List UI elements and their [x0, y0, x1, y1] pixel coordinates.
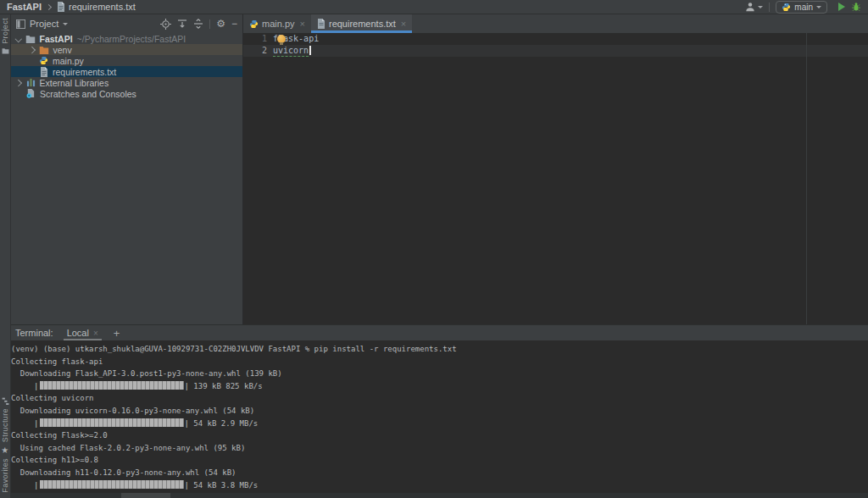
tool-window-stripe: Project Structure ★ Favorites — [0, 14, 11, 498]
terminal-line: (venv) (base) utkarsh_shukla@GUVA-109297… — [11, 343, 868, 356]
tree-item-label: venv — [53, 45, 72, 55]
terminal-label: Terminal: — [15, 328, 53, 338]
tree-item-label: FastAPI — [40, 34, 73, 44]
code-editor[interactable]: 1 flask-api 2 uvicorn — [243, 33, 868, 324]
stripe-item-favorites[interactable]: ★ Favorites — [1, 445, 9, 493]
close-icon[interactable]: × — [300, 19, 305, 28]
terminal-scrollbar-thumb[interactable] — [121, 493, 170, 498]
line-number: 1 — [243, 33, 267, 45]
editor-area: main.py × requirements.txt × 1 flask-api… — [243, 14, 868, 324]
chevron-down-icon — [816, 6, 821, 8]
tab-mainpy[interactable]: main.py × — [243, 14, 311, 33]
terminal-progress-line: || 54 kB 3.8 MB/s — [11, 479, 868, 492]
tree-item-label: Scratches and Consoles — [40, 89, 136, 99]
star-icon: ★ — [1, 445, 8, 455]
text-file-icon — [38, 67, 49, 77]
locate-file-icon[interactable] — [160, 19, 171, 30]
terminal-progress-line: || 139 kB 825 kB/s — [11, 380, 868, 393]
run-configuration-select[interactable]: main — [776, 1, 827, 14]
chevron-right-icon[interactable] — [29, 47, 36, 53]
folder-icon — [2, 47, 9, 54]
pycharm-window: FastAPI requirements.txt main — [0, 0, 868, 498]
download-speed: 54 kB 3.8 MB/s — [189, 481, 258, 490]
hide-panel-icon[interactable]: − — [231, 19, 237, 28]
tab-label: main.py — [262, 19, 295, 29]
file-icon — [57, 2, 65, 12]
folder-icon — [25, 34, 36, 44]
tree-item-external-libraries[interactable]: External Libraries — [11, 77, 242, 88]
chevron-down-icon — [758, 6, 763, 8]
terminal-tab-local[interactable]: Local × — [65, 325, 100, 340]
terminal-progress-line: || 54 kB 2.9 MB/s — [11, 418, 868, 430]
terminal-panel: Terminal: Local × + (venv) (base) utkars… — [11, 324, 868, 498]
tree-item-mainpy[interactable]: main.py — [11, 55, 242, 66]
breadcrumb-file[interactable]: requirements.txt — [69, 2, 136, 12]
chevron-right-icon — [46, 3, 52, 9]
run-configuration-label: main — [794, 3, 813, 12]
stripe-item-project[interactable]: Project — [1, 18, 9, 54]
terminal-header: Terminal: Local × + — [11, 324, 868, 340]
chevron-right-icon[interactable] — [15, 80, 22, 86]
settings-gear-icon[interactable]: ⚙ — [216, 19, 225, 29]
tree-item-path: ~/PycharmProjects/FastAPI — [77, 34, 186, 44]
stripe-favorites-label: Favorites — [1, 458, 9, 493]
download-progress-bar — [40, 418, 184, 427]
breadcrumb-project[interactable]: FastAPI — [7, 2, 42, 12]
terminal-line: Downloading uvicorn-0.16.0-py3-none-any.… — [11, 405, 868, 418]
project-panel-header: Project ⚙ − — [11, 14, 242, 33]
tree-item-label: requirements.txt — [53, 67, 116, 77]
terminal-line: Downloading h11-0.12.0-py3-none-any.whl … — [11, 467, 868, 479]
tree-item-label: External Libraries — [40, 78, 109, 88]
new-terminal-button[interactable]: + — [114, 327, 120, 340]
chevron-down-icon[interactable] — [63, 23, 68, 25]
right-margin-guide — [806, 33, 807, 324]
terminal-scrollbar-track[interactable] — [11, 493, 868, 498]
terminal-line: Using cached Flask-2.0.2-py3-none-any.wh… — [11, 442, 868, 455]
tab-requirements[interactable]: requirements.txt × — [311, 14, 412, 33]
user-account-icon[interactable] — [745, 2, 763, 12]
terminal-line: Collecting uvicorn — [11, 392, 868, 405]
tree-item-venv[interactable]: venv — [11, 44, 242, 55]
text-cursor — [309, 46, 311, 55]
title-bar: FastAPI requirements.txt main — [0, 0, 868, 14]
download-progress-bar — [40, 381, 184, 390]
chevron-down-icon[interactable] — [15, 36, 22, 42]
project-panel: Project ⚙ − — [11, 14, 243, 324]
separator — [769, 3, 770, 12]
separator — [209, 19, 210, 29]
download-progress-bar — [40, 480, 184, 489]
download-speed: 139 kB 825 kB/s — [189, 382, 263, 390]
terminal-line: Downloading Flask_API-3.0.post1-py3-none… — [11, 368, 868, 380]
expand-all-icon[interactable] — [177, 19, 187, 29]
text-file-icon — [317, 19, 326, 29]
scratches-icon — [25, 89, 36, 99]
run-button[interactable] — [838, 3, 845, 11]
python-file-icon — [38, 56, 49, 66]
stripe-item-structure[interactable]: Structure — [1, 397, 9, 442]
project-panel-title[interactable]: Project — [30, 19, 58, 29]
terminal-line: Collecting Flask>=2.0 — [11, 429, 868, 442]
tree-item-requirements[interactable]: requirements.txt — [11, 66, 242, 77]
close-icon[interactable]: × — [93, 329, 98, 338]
python-icon — [249, 19, 259, 29]
terminal-output[interactable]: (venv) (base) utkarsh_shukla@GUVA-109297… — [11, 340, 868, 493]
stripe-structure-label: Structure — [1, 408, 9, 442]
tool-window-icon — [16, 19, 25, 29]
terminal-tab-label: Local — [67, 328, 89, 338]
tree-item-scratches[interactable]: Scratches and Consoles — [11, 88, 242, 99]
terminal-line: Collecting h11>=0.8 — [11, 454, 868, 467]
debug-button[interactable] — [851, 2, 861, 12]
project-tree: FastAPI ~/PycharmProjects/FastAPI venv m… — [11, 33, 242, 99]
close-icon[interactable]: × — [401, 19, 406, 28]
tree-item-root[interactable]: FastAPI ~/PycharmProjects/FastAPI — [11, 33, 242, 44]
line-number: 2 — [243, 45, 267, 57]
folder-excluded-icon — [39, 45, 50, 55]
tree-item-label: main.py — [53, 56, 84, 66]
collapse-all-icon[interactable] — [193, 19, 203, 29]
structure-icon — [2, 397, 9, 405]
libraries-icon — [25, 78, 36, 88]
tab-label: requirements.txt — [329, 19, 396, 29]
terminal-line: Collecting flask-api — [11, 356, 868, 368]
python-icon — [782, 3, 791, 12]
intention-bulb-icon[interactable] — [277, 35, 286, 43]
